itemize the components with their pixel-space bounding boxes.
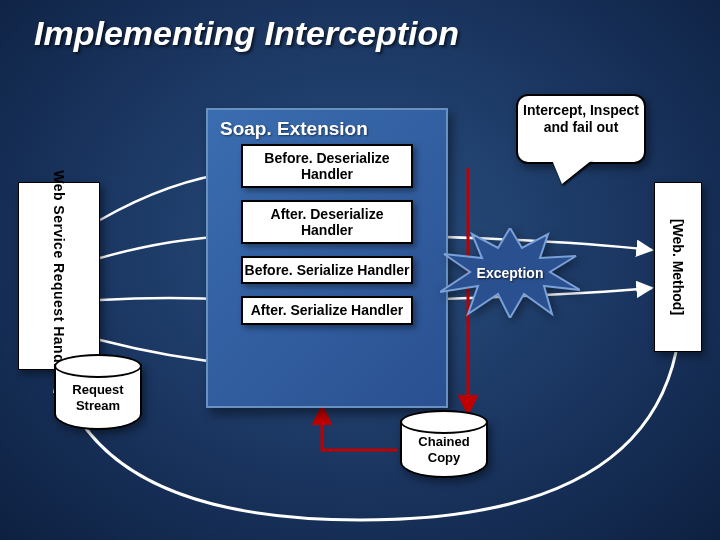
stage-before-deserialize: Before. Deserialize Handler [241, 144, 413, 188]
chained-copy-cylinder: Chained Copy [400, 420, 488, 478]
soap-extension-container: Soap. Extension Before. Deserialize Hand… [206, 108, 448, 408]
exception-label: Exception [477, 265, 544, 281]
request-stream-cylinder: Request Stream [54, 364, 142, 430]
stage-after-serialize: After. Serialize Handler [241, 296, 413, 324]
left-bar-label: Web Service Request Handler [51, 170, 67, 382]
right-bar-label: [Web. Method] [670, 219, 686, 315]
stage-after-deserialize: After. Deserialize Handler [241, 200, 413, 244]
intercept-callout: Intercept, Inspect and fail out [516, 94, 646, 164]
slide-title: Implementing Interception [34, 14, 459, 53]
exception-burst: Exception [440, 228, 580, 318]
stage-before-serialize: Before. Serialize Handler [241, 256, 413, 284]
soap-extension-title: Soap. Extension [208, 110, 446, 144]
web-method-box: [Web. Method] [654, 182, 702, 352]
web-service-request-handler-box: Web Service Request Handler [18, 182, 100, 370]
